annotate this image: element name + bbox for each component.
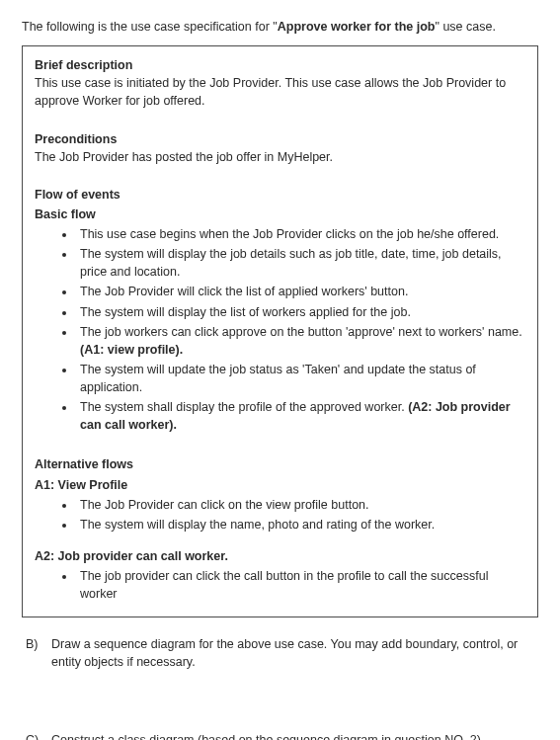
list-item-text: The system will display the list of work… [80, 305, 411, 319]
basic-flow-list: This use case begins when the Job Provid… [35, 225, 525, 434]
list-item-text: The system will update the job status as… [80, 363, 476, 394]
list-item: The system shall display the profile of … [76, 398, 525, 434]
question-b-marker: B) [26, 635, 43, 671]
list-item: The job provider can click the call butt… [76, 567, 525, 603]
list-item-text: The system will display the job details … [80, 247, 502, 279]
a2-heading: A2: Job provider can call worker. [35, 547, 525, 565]
list-item: The Job Provider will click the list of … [76, 283, 525, 300]
list-item-text: The Job Provider can click on the view p… [80, 498, 369, 512]
intro-bold-title: Approve worker for the job [278, 20, 436, 34]
list-item: The system will display the name, photo … [76, 516, 525, 534]
list-item-text: This use case begins when the Job Provid… [80, 227, 499, 241]
list-item-text: The Job Provider will click the list of … [80, 285, 408, 298]
flow-heading: Flow of events [35, 186, 525, 204]
a1-list: The Job Provider can click on the view p… [35, 496, 525, 534]
spec-box: Brief description This use case is initi… [22, 45, 538, 617]
a1-heading: A1: View Profile [35, 476, 525, 494]
intro-suffix: " use case. [435, 20, 495, 34]
brief-text: This use case is initiated by the Job Pr… [35, 74, 525, 110]
brief-heading: Brief description [35, 56, 525, 74]
intro-prefix: The following is the use case specificat… [22, 20, 278, 34]
list-item: The system will display the job details … [76, 245, 525, 281]
list-item-text: The system will display the name, photo … [80, 518, 435, 532]
question-c-marker: C) [26, 731, 43, 741]
list-item-text: The job provider can click the call butt… [80, 569, 488, 601]
a2-list: The job provider can click the call butt… [35, 567, 525, 603]
question-b-text: Draw a sequence diagram for the above us… [51, 635, 538, 671]
question-c-text: Construct a class diagram (based on the … [51, 731, 538, 741]
preconditions-heading: Preconditions [35, 130, 525, 148]
list-item-bold: (A1: view profile). [80, 343, 183, 357]
list-item: The system will display the list of work… [76, 303, 525, 321]
question-b: B) Draw a sequence diagram for the above… [22, 635, 538, 671]
intro-paragraph: The following is the use case specificat… [22, 18, 538, 36]
list-item: The job workers can click approve on the… [76, 323, 525, 359]
list-item: The Job Provider can click on the view p… [76, 496, 525, 514]
list-item: This use case begins when the Job Provid… [76, 225, 525, 243]
question-c: C) Construct a class diagram (based on t… [22, 731, 538, 741]
list-item: The system will update the job status as… [76, 361, 525, 396]
list-item-text: The job workers can click approve on the… [80, 325, 522, 339]
alt-heading: Alternative flows [35, 455, 525, 473]
basic-flow-heading: Basic flow [35, 206, 525, 223]
list-item-text: The system shall display the profile of … [80, 400, 408, 414]
preconditions-text: The Job Provider has posted the job offe… [35, 148, 525, 166]
